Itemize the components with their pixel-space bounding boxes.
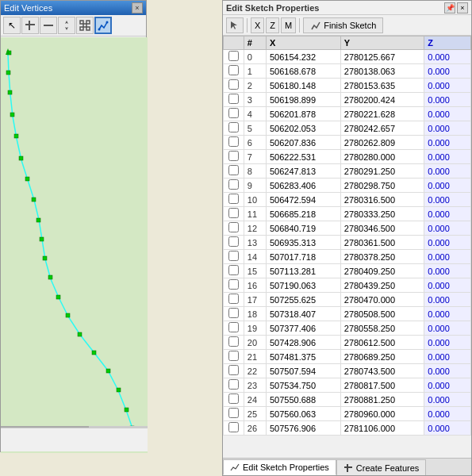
row-y: 2780558.250 (340, 321, 424, 336)
table-row[interactable]: 18 507318.407 2780508.500 0.000 (224, 307, 471, 321)
row-y: 2780242.657 (340, 121, 424, 136)
table-row[interactable]: 24 507550.688 2780881.250 0.000 (224, 393, 471, 407)
props-table-container[interactable]: # X Y Z 0 506154.232 2780125.667 0.000 1… (223, 36, 471, 458)
svg-rect-8 (83, 24, 86, 27)
row-x: 507534.750 (266, 378, 340, 393)
row-y: 2780689.250 (340, 350, 424, 364)
row-checkbox[interactable] (224, 150, 244, 164)
table-row[interactable]: 4 506201.878 2780221.628 0.000 (224, 107, 471, 121)
svg-rect-19 (32, 198, 36, 202)
row-checkbox[interactable] (224, 393, 244, 407)
row-checkbox[interactable] (224, 350, 244, 364)
row-checkbox[interactable] (224, 164, 244, 178)
table-row[interactable]: 1 506168.678 2780138.063 0.000 (224, 64, 471, 79)
table-row[interactable]: 13 506935.313 2780361.500 0.000 (224, 236, 471, 250)
row-checkbox[interactable] (224, 264, 244, 278)
row-num: 7 (244, 150, 266, 164)
select-tool-button[interactable]: ↖ (3, 17, 21, 34)
table-row[interactable]: 16 507190.063 2780439.250 0.000 (224, 278, 471, 293)
row-x: 507318.407 (266, 307, 340, 321)
row-y: 2780333.250 (340, 207, 424, 221)
row-x: 506935.313 (266, 236, 340, 250)
row-checkbox[interactable] (224, 378, 244, 393)
close-left-panel-button[interactable]: × (132, 2, 143, 13)
m-toggle-button[interactable]: M (281, 17, 296, 33)
row-x: 507113.281 (266, 264, 340, 278)
row-z: 0.000 (424, 250, 471, 264)
row-checkbox[interactable] (224, 278, 244, 293)
x-toggle-button[interactable]: X (251, 17, 264, 33)
table-row[interactable]: 23 507534.750 2780817.500 0.000 (224, 378, 471, 393)
row-checkbox[interactable] (224, 207, 244, 221)
table-row[interactable]: 22 507507.594 2780743.500 0.000 (224, 364, 471, 378)
row-z: 0.000 (424, 264, 471, 278)
table-row[interactable]: 8 506247.813 2780291.250 0.000 (224, 164, 471, 178)
move-vertex-button[interactable] (58, 17, 75, 34)
row-checkbox[interactable] (224, 79, 244, 93)
table-row[interactable]: 0 506154.232 2780125.667 0.000 (224, 50, 471, 64)
row-checkbox[interactable] (224, 293, 244, 307)
row-y: 2780138.063 (340, 64, 424, 79)
left-status-bar (1, 428, 148, 451)
row-x: 506840.719 (266, 221, 340, 236)
table-row[interactable]: 19 507377.406 2780558.250 0.000 (224, 321, 471, 336)
row-checkbox[interactable] (224, 250, 244, 264)
row-checkbox[interactable] (224, 121, 244, 136)
table-row[interactable]: 17 507255.625 2780470.000 0.000 (224, 293, 471, 307)
z-toggle-button[interactable]: Z (266, 17, 279, 33)
row-checkbox[interactable] (224, 107, 244, 121)
pointer-tool-button[interactable] (226, 17, 244, 33)
tab-edit-sketch-properties[interactable]: Edit Sketch Properties (223, 459, 336, 475)
row-checkbox[interactable] (224, 193, 244, 207)
table-row[interactable]: 6 506207.836 2780262.809 0.000 (224, 136, 471, 150)
row-checkbox[interactable] (224, 307, 244, 321)
row-checkbox[interactable] (224, 364, 244, 378)
row-checkbox[interactable] (224, 321, 244, 336)
row-x: 506685.218 (266, 207, 340, 221)
table-row[interactable]: 5 506202.053 2780242.657 0.000 (224, 121, 471, 136)
tab-create-features[interactable]: Create Features (336, 459, 426, 475)
row-z: 0.000 (424, 50, 471, 64)
reshape-button[interactable] (76, 17, 94, 34)
table-row[interactable]: 15 507113.281 2780409.250 0.000 (224, 264, 471, 278)
finish-sketch-tool-button[interactable] (94, 17, 112, 34)
row-x: 507560.063 (266, 407, 340, 421)
table-row[interactable]: 26 507576.906 2781106.000 0.000 (224, 421, 471, 436)
table-row[interactable]: 9 506283.406 2780298.750 0.000 (224, 178, 471, 193)
row-y: 2780346.500 (340, 221, 424, 236)
row-checkbox[interactable] (224, 236, 244, 250)
table-row[interactable]: 7 506222.531 2780280.000 0.000 (224, 150, 471, 164)
svg-rect-15 (10, 113, 14, 117)
row-x: 506154.232 (266, 50, 340, 64)
add-vertex-button[interactable] (21, 17, 39, 34)
delete-vertex-button[interactable] (40, 17, 57, 34)
row-y: 2780280.000 (340, 150, 424, 164)
finish-sketch-button[interactable]: Finish Sketch (303, 17, 383, 33)
finish-sketch-label: Finish Sketch (324, 21, 376, 30)
table-row[interactable]: 21 507481.375 2780689.250 0.000 (224, 350, 471, 364)
table-row[interactable]: 25 507560.063 2780960.000 0.000 (224, 407, 471, 421)
table-row[interactable]: 14 507017.718 2780378.250 0.000 (224, 250, 471, 264)
row-x: 506207.836 (266, 136, 340, 150)
row-checkbox[interactable] (224, 64, 244, 79)
row-num: 18 (244, 307, 266, 321)
row-checkbox[interactable] (224, 136, 244, 150)
row-checkbox[interactable] (224, 221, 244, 236)
table-row[interactable]: 12 506840.719 2780346.500 0.000 (224, 221, 471, 236)
table-row[interactable]: 3 506198.899 2780200.424 0.000 (224, 93, 471, 107)
table-row[interactable]: 20 507428.906 2780612.500 0.000 (224, 336, 471, 350)
row-checkbox[interactable] (224, 421, 244, 436)
row-checkbox[interactable] (224, 93, 244, 107)
row-checkbox[interactable] (224, 336, 244, 350)
row-checkbox[interactable] (224, 407, 244, 421)
row-checkbox[interactable] (224, 178, 244, 193)
table-row[interactable]: 2 506180.148 2780153.635 0.000 (224, 79, 471, 93)
svg-rect-11 (1, 37, 148, 453)
pin-button[interactable]: 📌 (444, 2, 455, 13)
close-right-panel-button[interactable]: × (457, 2, 468, 13)
table-row[interactable]: 10 506472.594 2780316.500 0.000 (224, 193, 471, 207)
bottom-tabbar: Edit Sketch Properties Create Features (223, 458, 471, 475)
row-num: 13 (244, 236, 266, 250)
table-row[interactable]: 11 506685.218 2780333.250 0.000 (224, 207, 471, 221)
row-checkbox[interactable] (224, 50, 244, 64)
